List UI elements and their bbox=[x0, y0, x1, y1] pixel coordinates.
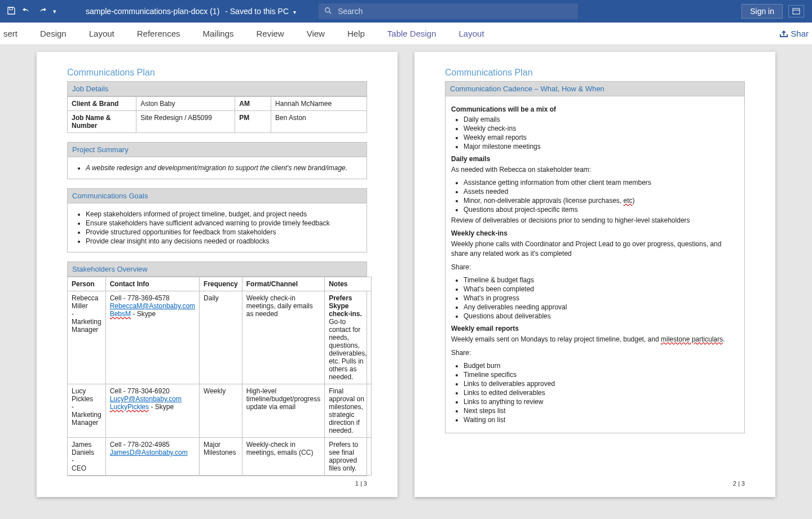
page-1[interactable]: Communications Plan Job Details Client &… bbox=[37, 52, 398, 497]
svg-rect-0 bbox=[10, 7, 12, 10]
tab-mailings[interactable]: Mailings bbox=[191, 23, 245, 45]
email-link[interactable]: RebeccaM@Astonbaby.com bbox=[110, 302, 195, 310]
doc-title: Communications Plan bbox=[67, 68, 367, 78]
redo-icon[interactable] bbox=[37, 6, 47, 17]
tab-design[interactable]: Design bbox=[29, 23, 78, 45]
list-item: Links to edited deliverables bbox=[464, 389, 739, 397]
section-summary-header: Project Summary bbox=[67, 142, 367, 157]
share-label: Share: bbox=[451, 263, 739, 272]
cell-format: High-level timeline/budget/progress upda… bbox=[242, 384, 324, 438]
cell-contact: Cell - 778-304-6920LucyP@Astonbaby.comLu… bbox=[105, 384, 199, 438]
list-item: Daily emails bbox=[464, 116, 739, 123]
quick-access-toolbar: ▾ bbox=[0, 6, 63, 17]
daily-p1: As needed with Rebecca on stakeholder te… bbox=[451, 165, 739, 174]
cell-frequency: Weekly bbox=[200, 384, 242, 438]
doc-title: Communications Plan bbox=[445, 68, 745, 78]
svg-rect-3 bbox=[793, 8, 800, 14]
undo-icon[interactable] bbox=[21, 6, 32, 17]
title-bar: ▾ sample-communications-plan-docx (1) - … bbox=[0, 0, 812, 23]
col-header: Contact Info bbox=[105, 277, 199, 291]
label: Client & Brand bbox=[68, 97, 136, 111]
list-item: Keep stakeholders informed of project ti… bbox=[86, 210, 361, 218]
tab-insert[interactable]: sert bbox=[0, 23, 29, 45]
tab-references[interactable]: References bbox=[126, 23, 192, 45]
list-item: Ensure stakeholders have sufficient adva… bbox=[86, 219, 361, 227]
save-status[interactable]: - Saved to this PC bbox=[225, 7, 289, 16]
skype-handle: BebsM bbox=[110, 310, 131, 318]
list-item: Major milestone meetings bbox=[464, 143, 739, 150]
value: Site Redesign / AB5099 bbox=[136, 111, 235, 133]
list-item: Weekly email reports bbox=[464, 134, 739, 141]
value: Aston Baby bbox=[136, 97, 235, 111]
weekly-checkins-p1: Weekly phone calls with Coordinator and … bbox=[451, 239, 739, 258]
list-item: Timeline & budget flags bbox=[464, 276, 739, 284]
cell-notes: Final approval on milestones, strategic … bbox=[325, 384, 371, 438]
table-stakeholders[interactable]: PersonContact InfoFrequencyFormat/Channe… bbox=[68, 277, 372, 476]
tab-layout[interactable]: Layout bbox=[78, 23, 126, 45]
table-job-details[interactable]: Client & Brand Aston Baby AM Hannah McNa… bbox=[67, 96, 367, 133]
section-summary-body: A website redesign and development/migra… bbox=[67, 157, 367, 179]
summary-bullet: A website redesign and development/migra… bbox=[86, 164, 361, 172]
page-2[interactable]: Communications Plan Communication Cadenc… bbox=[414, 52, 775, 497]
list-item: Links to anything to review bbox=[464, 398, 739, 406]
skype-handle: LuckyPickles bbox=[110, 403, 149, 411]
col-header: Person bbox=[68, 277, 105, 291]
tab-table-layout[interactable]: Layout bbox=[448, 23, 496, 45]
list-item: What's in progress bbox=[464, 294, 739, 302]
daily-p2: Review of deliverables or decisions prio… bbox=[451, 216, 739, 225]
table-row: Rebecca Miller-Marketing ManagerCell - 7… bbox=[68, 291, 371, 384]
col-header: Notes bbox=[325, 277, 371, 291]
value: Hannah McNamee bbox=[271, 97, 367, 111]
share-button[interactable]: Shar bbox=[768, 23, 812, 45]
cell-frequency: Daily bbox=[200, 291, 242, 384]
cell-format: Weekly check-in meetings, daily emails a… bbox=[242, 291, 324, 384]
list-item: Provide structured opportunities for fee… bbox=[86, 228, 361, 236]
customize-qat-icon[interactable]: ▾ bbox=[53, 8, 56, 15]
list-item: Assets needed bbox=[464, 188, 739, 196]
sign-in-button[interactable]: Sign in bbox=[742, 4, 783, 19]
section-job-details-header: Job Details bbox=[67, 81, 367, 96]
document-workspace[interactable]: Communications Plan Job Details Client &… bbox=[0, 45, 812, 519]
section-cadence-body: Communications will be a mix of Daily em… bbox=[445, 96, 745, 433]
save-icon[interactable] bbox=[7, 6, 16, 17]
cell-contact: Cell - 778-369-4578RebeccaM@Astonbaby.co… bbox=[105, 291, 199, 384]
cell-person: Rebecca Miller-Marketing Manager bbox=[68, 291, 105, 384]
cell-person: Lucy Pickles-Marketing Manager bbox=[68, 384, 105, 438]
email-link[interactable]: LucyP@Astonbaby.com bbox=[110, 395, 182, 403]
search-box[interactable] bbox=[319, 3, 578, 19]
weekly-checkins-heading: Weekly check-ins bbox=[451, 229, 739, 237]
list-item: Assistance getting information from othe… bbox=[464, 179, 739, 187]
list-item: Waiting on list bbox=[464, 416, 739, 424]
weekly-reports-p1: Weekly emails sent on Mondays to relay p… bbox=[451, 335, 739, 344]
document-name: sample-communications-plan-docx (1) bbox=[86, 7, 219, 16]
ribbon-display-icon[interactable] bbox=[788, 5, 804, 17]
title-bar-right: Sign in bbox=[742, 4, 812, 19]
list-item: Provide clear insight into any decisions… bbox=[86, 237, 361, 245]
section-goals-header: Communications Goals bbox=[67, 188, 367, 203]
list-item: Budget burn bbox=[464, 362, 739, 370]
tab-table-design[interactable]: Table Design bbox=[376, 23, 448, 45]
label: PM bbox=[235, 111, 271, 133]
chevron-down-icon[interactable]: ▾ bbox=[293, 9, 296, 15]
list-item: Any deliverables needing approval bbox=[464, 303, 739, 311]
tab-view[interactable]: View bbox=[295, 23, 336, 45]
email-link[interactable]: JamesD@Astonbaby.com bbox=[110, 449, 188, 456]
share-label: Share: bbox=[451, 348, 739, 357]
list-item: Next steps list bbox=[464, 407, 739, 415]
tab-help[interactable]: Help bbox=[336, 23, 376, 45]
list-item: Links to deliverables approved bbox=[464, 380, 739, 388]
daily-heading: Daily emails bbox=[451, 155, 739, 163]
list-item: Questions about project-specific items bbox=[464, 206, 739, 214]
value: Ben Aston bbox=[271, 111, 367, 133]
label: Job Name & Number bbox=[68, 111, 136, 133]
search-input[interactable] bbox=[337, 6, 572, 16]
search-icon bbox=[324, 7, 332, 16]
svg-point-1 bbox=[325, 7, 330, 12]
ribbon-tabs: sert Design Layout References Mailings R… bbox=[0, 23, 812, 45]
tab-review[interactable]: Review bbox=[245, 23, 295, 45]
section-goals-body: Keep stakeholders informed of project ti… bbox=[67, 203, 367, 252]
table-row: James Daniels-CEOCell - 778-202-4985Jame… bbox=[68, 438, 371, 476]
mix-intro: Communications will be a mix of bbox=[451, 105, 739, 113]
page-number: 2 | 3 bbox=[733, 480, 745, 487]
weekly-reports-heading: Weekly email reports bbox=[451, 325, 739, 332]
